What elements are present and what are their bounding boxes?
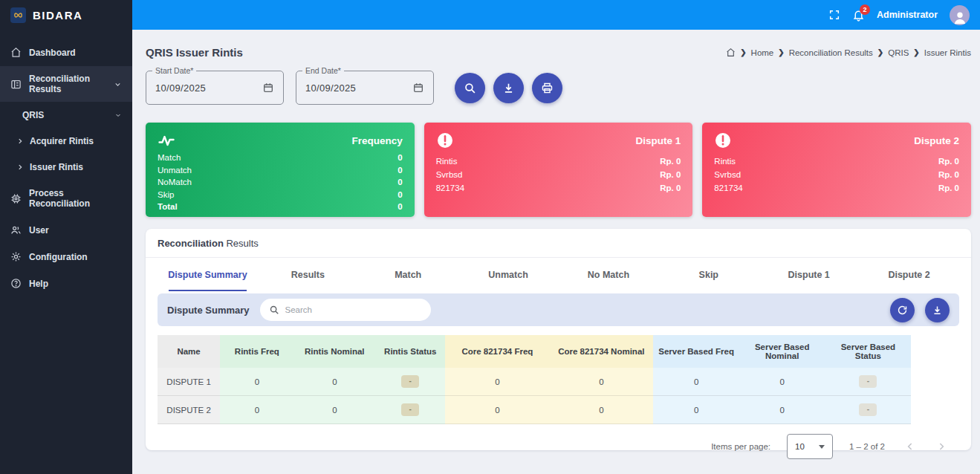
cell-core-nominal: 0 [549,396,653,424]
column-header: Core 821734 Nominal [549,335,653,368]
column-header: Core 821734 Freq [445,335,549,368]
help-icon [10,278,22,289]
column-header: Rintis Nominal [294,335,376,368]
column-header: Rintis Freq [220,335,293,368]
table-toolbar: Dispute Summary [158,293,959,326]
home-icon [10,47,22,58]
sidebar-item-label: Acquirer Rintis [30,136,94,146]
tab-no-match[interactable]: No Match [559,258,659,291]
users-icon [10,224,22,236]
search-box[interactable] [260,299,431,321]
stat-label: Skip [158,189,174,201]
sidebar-item-label: Help [29,279,48,289]
cell-server-nominal: 0 [739,368,825,396]
chevron-down-icon [114,111,122,119]
print-button[interactable] [532,73,562,103]
breadcrumb-qris[interactable]: QRIS [888,48,909,57]
stat-label: Svrbsd [714,168,741,181]
end-date-label: End Date* [302,66,344,75]
download-button[interactable] [493,73,524,103]
tab-dispute-2[interactable]: Dispute 2 [859,258,959,291]
items-per-page-select[interactable]: 10 [787,434,833,459]
alert-icon [436,132,454,149]
search-button[interactable] [455,73,485,103]
sidebar-item-reconciliation-results[interactable]: Reconciliation Results [0,66,132,102]
stat-label: 821734 [436,181,464,195]
page-title: QRIS Issuer Rintis [146,46,243,59]
cpu-icon [10,193,22,204]
column-header: Server Based Status [825,335,912,368]
tab-unmatch[interactable]: Unmatch [458,258,559,291]
sidebar-item-dashboard[interactable]: Dashboard [0,39,132,65]
card-title: Frequency [351,135,402,146]
tab-dispute-summary[interactable]: Dispute Summary [158,258,258,291]
tab-match[interactable]: Match [358,258,458,291]
refresh-icon [897,305,908,316]
sidebar-item-configuration[interactable]: Configuration [0,244,132,270]
stat-value: 0 [397,164,402,177]
breadcrumb: ❯ Home ❯ Reconciliation Results ❯ QRIS ❯… [726,48,971,57]
calendar-icon[interactable] [262,82,274,94]
stat-label: Unmatch [158,164,192,177]
stat-value: Rp. 0 [660,181,681,195]
breadcrumb-reconciliation-results[interactable]: Reconciliation Results [789,48,873,57]
calendar-icon[interactable] [412,82,424,94]
stat-label: Rintis [436,155,458,168]
next-page-button[interactable] [935,441,947,452]
paginator: Items per page: 10 1 – 2 of 2 [158,434,959,459]
export-button[interactable] [925,298,950,322]
refresh-button[interactable] [890,298,915,322]
results-panel: Reconciliation Results Dispute Summary R… [146,229,971,450]
table-row: DISPUTE 1 0 0 - 0 0 0 0 - [158,368,911,396]
sidebar-item-process-reconciliation[interactable]: Process Reconciliation [0,181,132,216]
dispute2-card: Dispute 2 RintisRp. 0 SvrbsdRp. 0 821734… [702,123,971,217]
chevron-down-icon [114,80,122,88]
stat-value: Rp. 0 [938,181,959,195]
server-status-chip[interactable]: - [859,403,877,416]
sidebar-item-label: QRIS [22,110,44,120]
card-title: Dispute 2 [914,135,959,146]
cell-name: DISPUTE 2 [158,396,220,424]
sidebar-item-issuer-rintis[interactable]: Issuer Rintis [0,155,132,180]
cell-core-nominal: 0 [549,368,653,396]
cell-rintis-freq: 0 [220,396,293,424]
sidebar-item-qris[interactable]: QRIS [0,103,132,128]
chevron-right-icon [16,163,24,171]
alert-icon [714,132,732,149]
previous-page-button[interactable] [904,441,916,452]
sidebar-item-user[interactable]: User [0,217,132,243]
gear-icon [10,251,22,262]
rintis-status-chip[interactable]: - [401,403,419,416]
panel-title: Reconciliation Results [146,238,971,258]
sidebar-item-acquirer-rintis[interactable]: Acquirer Rintis [0,129,132,154]
notifications-button[interactable]: 2 [852,9,865,22]
tab-results[interactable]: Results [258,258,358,291]
tab-dispute-1[interactable]: Dispute 1 [759,258,859,291]
home-icon[interactable] [726,48,736,57]
username-label: Administrator [877,10,938,20]
cell-core-freq: 0 [445,396,549,424]
sidebar-item-help[interactable]: Help [0,270,132,296]
tab-skip[interactable]: Skip [658,258,759,291]
fullscreen-button[interactable] [828,9,840,21]
sidebar-item-label: Issuer Rintis [30,162,83,172]
avatar[interactable] [950,5,970,25]
stat-value: 0 [397,189,402,201]
stat-value: Rp. 0 [938,155,959,168]
end-date-field[interactable]: End Date* 10/09/2025 [296,71,434,105]
app-logo[interactable]: BIDARA [0,0,132,30]
start-date-field[interactable]: Start Date* 10/09/2025 [146,71,284,105]
cell-server-nominal: 0 [739,396,825,424]
search-input[interactable] [285,305,422,314]
breadcrumb-home[interactable]: Home [751,48,774,57]
items-per-page-value: 10 [795,442,805,451]
stat-label: 821734 [714,181,742,195]
topbar: 2 Administrator [132,0,980,30]
sidebar-nav: Dashboard Reconciliation Results QRIS Ac… [0,30,132,296]
app-name: BIDARA [33,9,82,22]
rintis-status-chip[interactable]: - [401,375,419,388]
app-logo-icon [10,7,26,23]
breadcrumb-issuer-rintis[interactable]: Issuer Rintis [924,48,971,57]
panel-title-rest: Results [224,238,259,249]
server-status-chip[interactable]: - [859,375,877,388]
